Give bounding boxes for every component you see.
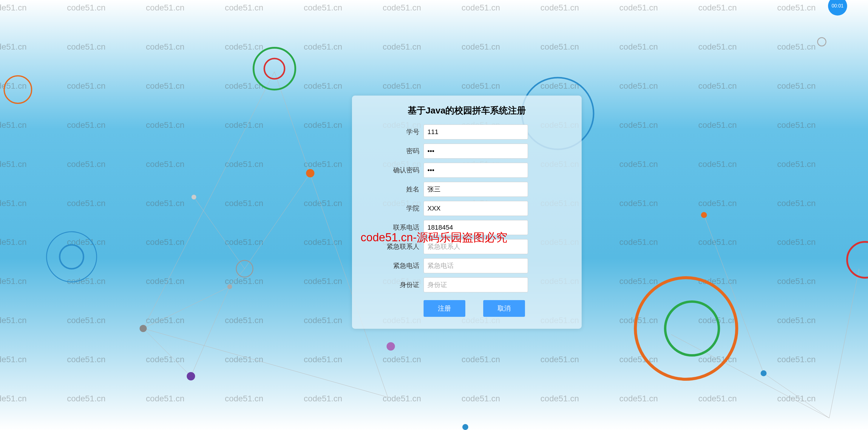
svg-point-18 — [665, 302, 719, 355]
svg-point-22 — [847, 242, 868, 278]
label-password: 密码 — [364, 147, 424, 155]
submit-button[interactable]: 注册 — [424, 300, 465, 317]
svg-point-13 — [4, 76, 32, 103]
svg-line-7 — [245, 173, 310, 269]
input-confirm-password[interactable] — [424, 163, 528, 178]
label-college: 学院 — [364, 204, 424, 213]
label-student-id: 学号 — [364, 127, 424, 137]
label-name: 姓名 — [364, 185, 424, 194]
svg-line-8 — [704, 215, 764, 373]
cancel-button[interactable]: 取消 — [483, 300, 525, 317]
svg-point-30 — [462, 424, 468, 430]
label-id-card: 身份证 — [364, 280, 424, 289]
input-college[interactable] — [424, 201, 528, 216]
svg-point-26 — [140, 325, 147, 332]
svg-point-28 — [227, 284, 232, 289]
svg-line-11 — [829, 269, 859, 418]
input-id-card[interactable] — [424, 278, 528, 292]
row-id-card: 身份证 — [364, 278, 570, 292]
svg-point-15 — [264, 59, 285, 79]
row-student-id: 学号 — [364, 124, 570, 139]
row-phone: 联系电话 — [364, 220, 570, 235]
svg-point-29 — [386, 342, 395, 350]
svg-point-23 — [306, 169, 314, 177]
svg-point-17 — [636, 278, 737, 379]
label-phone: 联系电话 — [364, 223, 424, 232]
svg-point-25 — [187, 372, 195, 380]
svg-point-14 — [253, 48, 295, 90]
svg-line-4 — [191, 287, 230, 376]
svg-line-12 — [194, 197, 245, 269]
svg-line-5 — [230, 269, 245, 287]
row-emergency-phone: 紧急电话 — [364, 258, 570, 273]
row-college: 学院 — [364, 201, 570, 216]
label-emergency-contact: 紧急联系人 — [364, 242, 424, 251]
svg-point-21 — [236, 260, 253, 277]
button-row: 注册 取消 — [364, 300, 570, 317]
svg-point-31 — [761, 370, 767, 376]
svg-line-9 — [671, 335, 829, 418]
form-title: 基于Java的校园拼车系统注册 — [364, 105, 570, 117]
svg-line-10 — [764, 373, 829, 418]
row-emergency-contact: 紧急联系人 — [364, 239, 570, 254]
svg-line-3 — [143, 328, 191, 376]
svg-point-20 — [46, 232, 97, 282]
registration-form: 基于Java的校园拼车系统注册 学号 密码 确认密码 姓名 学院 联系电话 紧急… — [352, 95, 582, 329]
label-confirm-password: 确认密码 — [364, 166, 424, 175]
row-confirm-password: 确认密码 — [364, 163, 570, 178]
timer-badge: 00:01 — [828, 0, 847, 16]
svg-point-19 — [60, 245, 84, 269]
input-password[interactable] — [424, 144, 528, 159]
svg-point-27 — [191, 195, 196, 199]
input-emergency-contact[interactable] — [424, 239, 528, 254]
svg-point-24 — [701, 212, 707, 218]
svg-line-1 — [143, 71, 274, 328]
svg-point-32 — [817, 38, 826, 46]
row-password: 密码 — [364, 144, 570, 159]
input-phone[interactable] — [424, 220, 528, 235]
input-emergency-phone[interactable] — [424, 258, 528, 273]
input-student-id[interactable] — [424, 124, 528, 139]
svg-line-2 — [143, 328, 388, 397]
svg-line-6 — [143, 287, 230, 328]
input-name[interactable] — [424, 182, 528, 197]
row-name: 姓名 — [364, 182, 570, 197]
label-emergency-phone: 紧急电话 — [364, 261, 424, 270]
